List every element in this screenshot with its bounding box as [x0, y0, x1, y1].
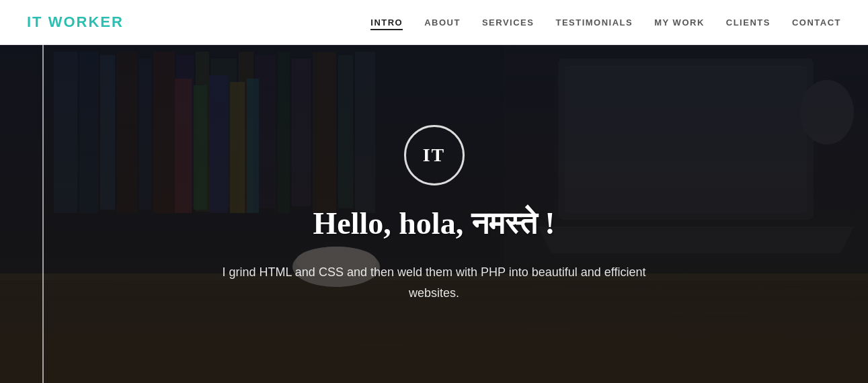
hero-subtitle: I grind HTML and CSS and then weld them … [199, 262, 670, 303]
brand-logo[interactable]: IT WORKER [27, 13, 124, 31]
nav-link-testimonials[interactable]: TESTIMONIALS [555, 17, 633, 28]
svg-rect-19 [194, 85, 207, 210]
svg-rect-14 [292, 58, 311, 206]
svg-point-27 [800, 80, 854, 144]
svg-rect-2 [54, 52, 77, 213]
hero-vertical-line [42, 45, 44, 383]
svg-rect-12 [255, 55, 276, 208]
nav-link-services[interactable]: SERVICES [482, 17, 535, 28]
svg-line-32 [0, 314, 868, 317]
svg-line-34 [0, 347, 868, 351]
svg-rect-21 [230, 82, 245, 213]
nav-menu: INTRO ABOUT SERVICES TESTIMONIALS MY WOR… [370, 16, 841, 28]
hero-logo-text: IT [423, 144, 446, 166]
svg-rect-15 [313, 52, 336, 213]
svg-rect-3 [79, 52, 98, 213]
nav-item-about[interactable]: ABOUT [424, 16, 461, 28]
svg-rect-8 [177, 55, 194, 208]
svg-rect-13 [278, 52, 290, 213]
svg-rect-26 [565, 65, 807, 213]
hero-title: Hello, hola, नमस्ते ! [313, 206, 555, 242]
hero-section: IT Hello, hola, नमस्ते ! I grind HTML an… [0, 45, 868, 383]
nav-link-about[interactable]: ABOUT [424, 17, 461, 28]
nav-item-clients[interactable]: CLIENTS [726, 16, 771, 28]
nav-item-testimonials[interactable]: TESTIMONIALS [555, 16, 633, 28]
svg-rect-22 [247, 79, 259, 213]
svg-rect-11 [239, 52, 253, 213]
nav-link-intro[interactable]: INTRO [370, 17, 403, 30]
nav-item-services[interactable]: SERVICES [482, 16, 535, 28]
svg-rect-20 [209, 75, 228, 213]
nav-item-mywork[interactable]: MY WORK [654, 16, 705, 28]
navbar: IT WORKER INTRO ABOUT SERVICES TESTIMONI… [0, 0, 868, 45]
svg-rect-7 [153, 52, 175, 213]
nav-item-contact[interactable]: CONTACT [792, 16, 841, 28]
nav-link-contact[interactable]: CONTACT [792, 17, 841, 28]
svg-rect-6 [139, 58, 151, 210]
svg-rect-5 [117, 52, 137, 213]
svg-rect-17 [355, 52, 375, 213]
svg-rect-16 [338, 55, 353, 208]
svg-line-33 [0, 331, 868, 334]
nav-link-mywork[interactable]: MY WORK [654, 17, 705, 28]
svg-rect-9 [196, 52, 209, 212]
svg-rect-1 [40, 45, 545, 213]
nav-item-intro[interactable]: INTRO [370, 16, 403, 28]
nav-link-clients[interactable]: CLIENTS [726, 17, 771, 28]
svg-rect-24 [504, 45, 868, 383]
hero-logo-circle: IT [404, 125, 465, 185]
svg-rect-10 [211, 58, 237, 208]
svg-rect-18 [175, 79, 192, 213]
svg-rect-4 [100, 55, 115, 210]
svg-rect-25 [558, 58, 814, 220]
